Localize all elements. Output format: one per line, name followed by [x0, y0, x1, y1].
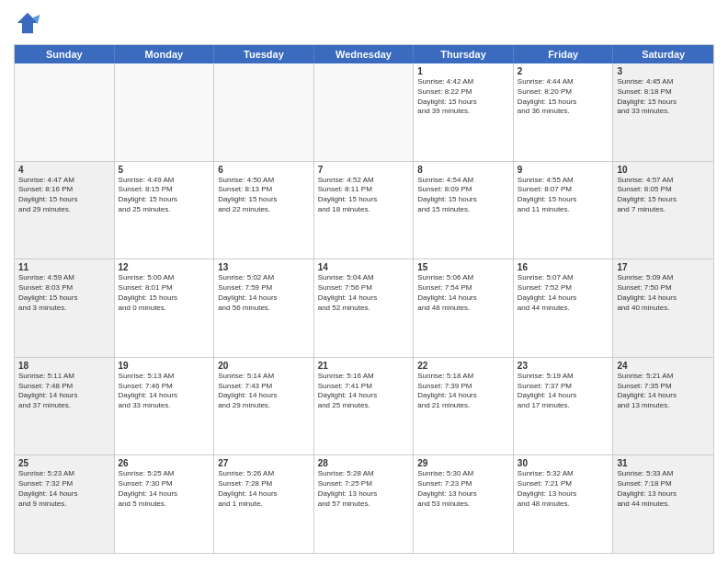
day-number: 17: [617, 262, 710, 272]
day-info: Sunrise: 5:33 AM Sunset: 7:18 PM Dayligh…: [617, 469, 710, 509]
day-number: 20: [218, 361, 310, 371]
day-number: 23: [518, 361, 609, 371]
day-number: 11: [18, 262, 110, 272]
day-number: 26: [119, 458, 210, 468]
cal-cell: 13Sunrise: 5:02 AM Sunset: 7:59 PM Dayli…: [214, 259, 314, 357]
cal-cell: 3Sunrise: 4:45 AM Sunset: 8:18 PM Daylig…: [613, 63, 713, 161]
cal-week-2: 4Sunrise: 4:47 AM Sunset: 8:16 PM Daylig…: [15, 161, 713, 259]
cal-header-day-friday: Friday: [514, 45, 614, 63]
day-number: 1: [417, 66, 509, 76]
day-info: Sunrise: 4:47 AM Sunset: 8:16 PM Dayligh…: [18, 176, 110, 215]
cal-cell: 7Sunrise: 4:52 AM Sunset: 8:11 PM Daylig…: [314, 162, 415, 259]
day-info: Sunrise: 4:44 AM Sunset: 8:20 PM Dayligh…: [518, 77, 609, 117]
day-info: Sunrise: 5:23 AM Sunset: 7:32 PM Dayligh…: [18, 469, 110, 509]
day-info: Sunrise: 5:11 AM Sunset: 7:48 PM Dayligh…: [18, 372, 110, 411]
day-info: Sunrise: 4:45 AM Sunset: 8:18 PM Dayligh…: [617, 77, 710, 117]
day-number: 12: [119, 262, 210, 272]
logo: [14, 9, 45, 37]
day-number: 28: [318, 458, 410, 468]
day-info: Sunrise: 5:07 AM Sunset: 7:52 PM Dayligh…: [518, 273, 609, 313]
cal-cell: 23Sunrise: 5:19 AM Sunset: 7:37 PM Dayli…: [514, 358, 614, 455]
cal-cell: 2Sunrise: 4:44 AM Sunset: 8:20 PM Daylig…: [514, 63, 614, 161]
calendar: SundayMondayTuesdayWednesdayThursdayFrid…: [14, 44, 714, 554]
day-number: 31: [617, 458, 710, 468]
day-info: Sunrise: 4:55 AM Sunset: 8:07 PM Dayligh…: [518, 176, 609, 215]
day-info: Sunrise: 4:49 AM Sunset: 8:15 PM Dayligh…: [119, 176, 210, 215]
cal-cell: 6Sunrise: 4:50 AM Sunset: 8:13 PM Daylig…: [214, 162, 314, 259]
day-info: Sunrise: 5:32 AM Sunset: 7:21 PM Dayligh…: [518, 469, 609, 509]
cal-cell: 21Sunrise: 5:16 AM Sunset: 7:41 PM Dayli…: [314, 358, 415, 455]
cal-cell: 31Sunrise: 5:33 AM Sunset: 7:18 PM Dayli…: [613, 455, 713, 553]
cal-cell: 20Sunrise: 5:14 AM Sunset: 7:43 PM Dayli…: [214, 358, 314, 455]
day-info: Sunrise: 5:16 AM Sunset: 7:41 PM Dayligh…: [318, 372, 410, 411]
header: [14, 9, 714, 37]
day-number: 8: [417, 165, 509, 175]
cal-cell: 19Sunrise: 5:13 AM Sunset: 7:46 PM Dayli…: [115, 358, 215, 455]
cal-cell: 15Sunrise: 5:06 AM Sunset: 7:54 PM Dayli…: [414, 259, 514, 357]
day-number: 24: [617, 361, 710, 371]
cal-cell: 25Sunrise: 5:23 AM Sunset: 7:32 PM Dayli…: [15, 455, 115, 553]
day-number: 4: [18, 165, 110, 175]
svg-marker-0: [17, 13, 39, 34]
cal-cell: [214, 63, 314, 161]
cal-week-1: 1Sunrise: 4:42 AM Sunset: 8:22 PM Daylig…: [15, 63, 713, 161]
day-info: Sunrise: 5:02 AM Sunset: 7:59 PM Dayligh…: [218, 273, 310, 313]
day-info: Sunrise: 5:13 AM Sunset: 7:46 PM Dayligh…: [119, 372, 210, 411]
page: SundayMondayTuesdayWednesdayThursdayFrid…: [0, 0, 728, 563]
day-number: 16: [518, 262, 609, 272]
day-number: 5: [119, 165, 210, 175]
day-info: Sunrise: 4:50 AM Sunset: 8:13 PM Dayligh…: [218, 176, 310, 215]
cal-cell: 27Sunrise: 5:26 AM Sunset: 7:28 PM Dayli…: [214, 455, 314, 553]
logo-icon: [14, 9, 41, 37]
cal-cell: 22Sunrise: 5:18 AM Sunset: 7:39 PM Dayli…: [414, 358, 514, 455]
day-info: Sunrise: 5:14 AM Sunset: 7:43 PM Dayligh…: [218, 372, 310, 411]
day-info: Sunrise: 5:21 AM Sunset: 7:35 PM Dayligh…: [617, 372, 710, 411]
day-info: Sunrise: 5:26 AM Sunset: 7:28 PM Dayligh…: [218, 469, 310, 509]
cal-week-5: 25Sunrise: 5:23 AM Sunset: 7:32 PM Dayli…: [15, 454, 713, 553]
day-number: 14: [318, 262, 410, 272]
day-info: Sunrise: 5:00 AM Sunset: 8:01 PM Dayligh…: [119, 273, 210, 313]
day-info: Sunrise: 4:52 AM Sunset: 8:11 PM Dayligh…: [318, 176, 410, 215]
calendar-body: 1Sunrise: 4:42 AM Sunset: 8:22 PM Daylig…: [15, 63, 713, 553]
cal-header-day-sunday: Sunday: [15, 45, 115, 63]
cal-header-day-tuesday: Tuesday: [214, 45, 314, 63]
day-number: 9: [518, 165, 609, 175]
day-info: Sunrise: 4:59 AM Sunset: 8:03 PM Dayligh…: [18, 273, 110, 313]
day-info: Sunrise: 5:04 AM Sunset: 7:56 PM Dayligh…: [318, 273, 410, 313]
day-info: Sunrise: 5:06 AM Sunset: 7:54 PM Dayligh…: [417, 273, 509, 313]
day-info: Sunrise: 4:54 AM Sunset: 8:09 PM Dayligh…: [417, 176, 509, 215]
cal-cell: 16Sunrise: 5:07 AM Sunset: 7:52 PM Dayli…: [514, 259, 614, 357]
day-info: Sunrise: 5:28 AM Sunset: 7:25 PM Dayligh…: [318, 469, 410, 509]
cal-cell: 29Sunrise: 5:30 AM Sunset: 7:23 PM Dayli…: [414, 455, 514, 553]
cal-week-3: 11Sunrise: 4:59 AM Sunset: 8:03 PM Dayli…: [15, 259, 713, 357]
day-number: 25: [18, 458, 110, 468]
cal-header-day-saturday: Saturday: [613, 45, 713, 63]
day-number: 19: [119, 361, 210, 371]
day-number: 15: [417, 262, 509, 272]
cal-cell: [314, 63, 415, 161]
cal-cell: 4Sunrise: 4:47 AM Sunset: 8:16 PM Daylig…: [15, 162, 115, 259]
cal-cell: 9Sunrise: 4:55 AM Sunset: 8:07 PM Daylig…: [514, 162, 614, 259]
day-number: 10: [617, 165, 710, 175]
cal-cell: [15, 63, 115, 161]
cal-cell: 28Sunrise: 5:28 AM Sunset: 7:25 PM Dayli…: [314, 455, 415, 553]
cal-cell: 18Sunrise: 5:11 AM Sunset: 7:48 PM Dayli…: [15, 358, 115, 455]
day-number: 27: [218, 458, 310, 468]
day-number: 29: [417, 458, 509, 468]
cal-cell: 12Sunrise: 5:00 AM Sunset: 8:01 PM Dayli…: [115, 259, 215, 357]
cal-cell: 26Sunrise: 5:25 AM Sunset: 7:30 PM Dayli…: [115, 455, 215, 553]
cal-header-day-thursday: Thursday: [414, 45, 514, 63]
cal-cell: 10Sunrise: 4:57 AM Sunset: 8:05 PM Dayli…: [613, 162, 713, 259]
day-info: Sunrise: 5:18 AM Sunset: 7:39 PM Dayligh…: [417, 372, 509, 411]
day-number: 18: [18, 361, 110, 371]
day-number: 3: [617, 66, 710, 76]
day-number: 6: [218, 165, 310, 175]
cal-cell: 11Sunrise: 4:59 AM Sunset: 8:03 PM Dayli…: [15, 259, 115, 357]
cal-cell: 30Sunrise: 5:32 AM Sunset: 7:21 PM Dayli…: [514, 455, 614, 553]
cal-cell: [115, 63, 215, 161]
cal-cell: 5Sunrise: 4:49 AM Sunset: 8:15 PM Daylig…: [115, 162, 215, 259]
cal-header-day-monday: Monday: [115, 45, 215, 63]
day-number: 22: [417, 361, 509, 371]
cal-header-day-wednesday: Wednesday: [314, 45, 415, 63]
cal-cell: 14Sunrise: 5:04 AM Sunset: 7:56 PM Dayli…: [314, 259, 415, 357]
